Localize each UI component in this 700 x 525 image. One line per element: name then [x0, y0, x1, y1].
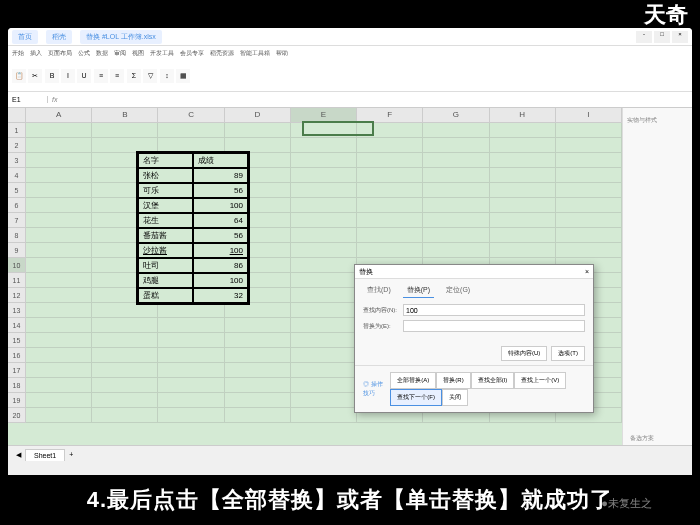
tab-file[interactable]: 替换 #LOL 工作簿.xlsx [80, 30, 162, 44]
cell[interactable] [357, 213, 423, 228]
menu-稻壳资源[interactable]: 稻壳资源 [210, 49, 234, 58]
cell[interactable] [556, 228, 622, 243]
cell[interactable] [26, 378, 92, 393]
cell[interactable] [225, 408, 291, 423]
cell[interactable] [423, 213, 489, 228]
cell[interactable] [357, 243, 423, 258]
col-header-I[interactable]: I [556, 108, 622, 122]
table-cell[interactable]: 86 [193, 258, 248, 273]
cell[interactable] [26, 183, 92, 198]
row-header-5[interactable]: 5 [8, 183, 26, 198]
cell[interactable] [158, 348, 224, 363]
cell[interactable] [291, 123, 357, 138]
cell[interactable] [92, 363, 158, 378]
cell[interactable] [423, 138, 489, 153]
cell[interactable] [92, 333, 158, 348]
cell[interactable] [357, 123, 423, 138]
cell[interactable] [556, 123, 622, 138]
table-cell[interactable]: 32 [193, 288, 248, 303]
cell[interactable] [26, 168, 92, 183]
dialog-close-icon[interactable]: × [585, 268, 589, 275]
cell[interactable] [423, 168, 489, 183]
row-header-19[interactable]: 19 [8, 393, 26, 408]
underline-icon[interactable]: U [77, 69, 91, 83]
sort-icon[interactable]: ↕ [160, 69, 174, 83]
row-header-17[interactable]: 17 [8, 363, 26, 378]
table-cell[interactable]: 100 [193, 243, 248, 258]
row-header-14[interactable]: 14 [8, 318, 26, 333]
cell[interactable] [291, 363, 357, 378]
cell[interactable] [26, 333, 92, 348]
dialog-tab[interactable]: 替换(P) [403, 283, 434, 298]
cell[interactable] [490, 138, 556, 153]
cell[interactable] [423, 243, 489, 258]
cell[interactable] [291, 348, 357, 363]
menu-开始[interactable]: 开始 [12, 49, 24, 58]
dialog-button-1[interactable]: 替换(R) [436, 372, 470, 389]
table-cell[interactable]: 蛋糕 [138, 288, 193, 303]
cell[interactable] [158, 303, 224, 318]
table-cell[interactable]: 56 [193, 228, 248, 243]
cell[interactable] [291, 318, 357, 333]
dialog-button-4[interactable]: 查找下一个(F) [390, 389, 442, 406]
cell[interactable] [158, 318, 224, 333]
cell[interactable] [26, 243, 92, 258]
cell[interactable] [490, 213, 556, 228]
cell[interactable] [291, 393, 357, 408]
menu-审阅[interactable]: 审阅 [114, 49, 126, 58]
dialog-button-3[interactable]: 查找上一个(V) [514, 372, 566, 389]
sum-icon[interactable]: Σ [127, 69, 141, 83]
cell[interactable] [490, 168, 556, 183]
close-icon[interactable]: × [672, 31, 688, 43]
cell[interactable] [26, 228, 92, 243]
cell[interactable] [291, 228, 357, 243]
menu-帮助[interactable]: 帮助 [276, 49, 288, 58]
cell[interactable] [225, 318, 291, 333]
table-cell[interactable]: 沙拉酱 [138, 243, 193, 258]
tab-templates[interactable]: 稻壳 [46, 30, 72, 44]
cell[interactable] [225, 348, 291, 363]
dialog-button-2[interactable]: 查找全部(I) [471, 372, 515, 389]
cell[interactable] [225, 393, 291, 408]
cell[interactable] [225, 333, 291, 348]
help-link[interactable]: ◎ 操作技巧 [363, 380, 387, 398]
find-input[interactable] [403, 304, 585, 316]
row-header-2[interactable]: 2 [8, 138, 26, 153]
cell[interactable] [291, 213, 357, 228]
cell[interactable] [158, 123, 224, 138]
cell[interactable] [490, 198, 556, 213]
cell[interactable] [158, 393, 224, 408]
cell[interactable] [291, 333, 357, 348]
cell[interactable] [357, 198, 423, 213]
cell[interactable] [291, 198, 357, 213]
cell[interactable] [26, 348, 92, 363]
cell[interactable] [26, 213, 92, 228]
cell[interactable] [26, 408, 92, 423]
cell[interactable] [291, 258, 357, 273]
spreadsheet-grid[interactable]: ABCDEFGHI 123456789101112131415161718192… [8, 108, 622, 445]
fill-icon[interactable]: ▦ [176, 69, 190, 83]
cut-icon[interactable]: ✂ [28, 69, 42, 83]
menu-视图[interactable]: 视图 [132, 49, 144, 58]
cell[interactable] [92, 123, 158, 138]
cell[interactable] [26, 303, 92, 318]
cell[interactable] [357, 153, 423, 168]
cell[interactable] [291, 183, 357, 198]
cell[interactable] [291, 243, 357, 258]
table-cell[interactable]: 可乐 [138, 183, 193, 198]
align-left-icon[interactable]: ≡ [94, 69, 108, 83]
col-header-E[interactable]: E [291, 108, 357, 122]
dialog-tab[interactable]: 查找(D) [363, 283, 395, 298]
cell[interactable] [158, 363, 224, 378]
cell[interactable] [26, 123, 92, 138]
prev-sheet-icon[interactable]: ◀ [16, 451, 21, 459]
menu-公式[interactable]: 公式 [78, 49, 90, 58]
cell[interactable] [556, 198, 622, 213]
paste-icon[interactable]: 📋 [12, 69, 26, 83]
dialog-button-5[interactable]: 关闭 [442, 389, 468, 406]
bold-icon[interactable]: B [45, 69, 59, 83]
cell[interactable] [423, 198, 489, 213]
cell[interactable] [26, 288, 92, 303]
cell[interactable] [556, 168, 622, 183]
row-header-12[interactable]: 12 [8, 288, 26, 303]
